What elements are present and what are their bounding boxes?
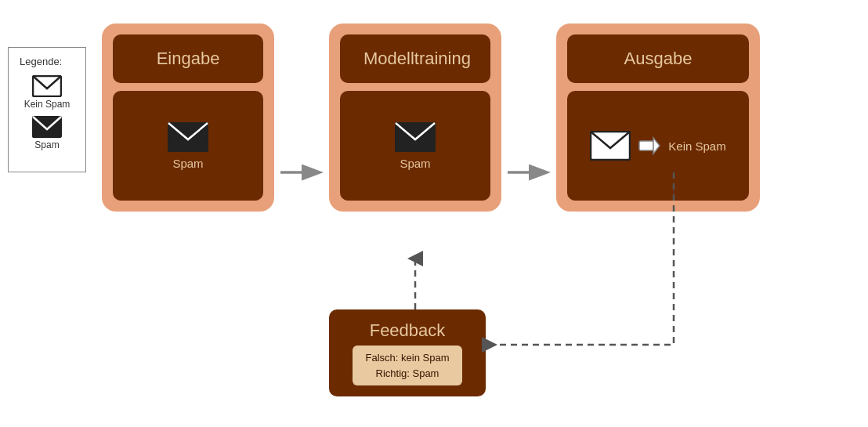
modelltraining-env-label: Spam [395, 122, 436, 170]
svg-marker-8 [653, 138, 660, 154]
arrow-2 [508, 161, 551, 184]
feedback-line1: Falsch: kein Spam [366, 352, 450, 364]
kein-spam-icon [32, 75, 62, 97]
legend-spam-label: Spam [34, 139, 59, 150]
modelltraining-spam-icon [395, 122, 436, 152]
feedback-title: Feedback [353, 320, 462, 341]
feedback-line2: Richtig: Spam [376, 367, 439, 379]
modelltraining-spam-label: Spam [400, 157, 430, 170]
modelltraining-content: Spam [340, 91, 490, 201]
svg-rect-7 [639, 141, 653, 150]
eingabe-content: Spam [113, 91, 263, 201]
main-container: Legende: Kein Spam Spam Eingabe [0, 0, 868, 427]
ausgabe-mini-arrow [638, 135, 660, 157]
block-eingabe: Eingabe Spam [102, 24, 274, 212]
block-ausgabe: Ausgabe Kein Spam [556, 24, 760, 212]
eingabe-title: Eingabe [113, 34, 263, 83]
legend-box: Legende: Kein Spam Spam [8, 47, 86, 172]
block-modelltraining: Modelltraining Spam [329, 24, 501, 212]
spam-icon-legend [32, 116, 62, 138]
flow-area: Eingabe Spam Modelltra [102, 16, 852, 407]
ausgabe-content: Kein Spam [567, 91, 749, 201]
feedback-sub: Falsch: kein Spam Richtig: Spam [353, 346, 462, 385]
eingabe-spam-label: Spam [172, 157, 203, 170]
ausgabe-title: Ausgabe [567, 34, 749, 83]
legend-title: Legende: [20, 56, 74, 67]
eingabe-env-label: Spam [168, 122, 208, 170]
ausgabe-kein-spam-icon [590, 131, 631, 161]
feedback-box: Feedback Falsch: kein Spam Richtig: Spam [329, 309, 486, 396]
eingabe-spam-icon [168, 122, 208, 152]
modelltraining-title: Modelltraining [340, 34, 490, 83]
legend-item-kein-spam: Kein Spam [20, 75, 74, 110]
ausgabe-inner: Kein Spam [590, 131, 725, 161]
legend-item-spam: Spam [20, 116, 74, 150]
ausgabe-label: Kein Spam [668, 139, 725, 153]
arrow-1 [280, 161, 324, 184]
legend-kein-spam-label: Kein Spam [24, 99, 71, 110]
